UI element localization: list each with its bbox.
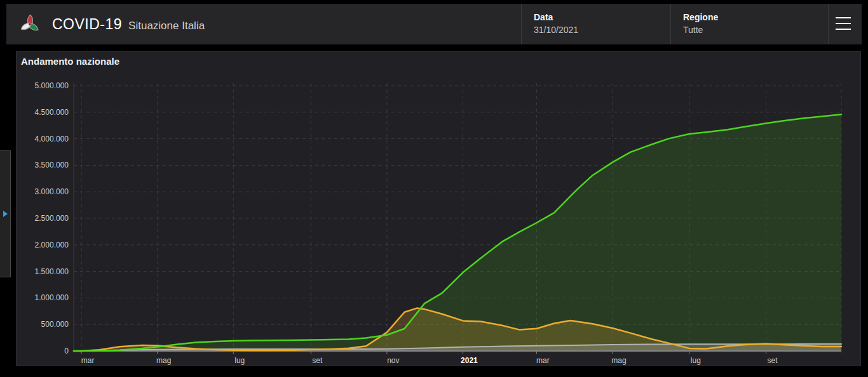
hamburger-line [836, 17, 851, 18]
y-axis-tick-label: 0 [64, 347, 69, 355]
x-axis-tick-label: mar [536, 356, 550, 365]
data-variable-field[interactable]: Data 31/10/2021 [534, 12, 578, 35]
dashboard-page: COVID-19 Situazione Italia Data 31/10/20… [0, 0, 868, 377]
app-title-group: COVID-19 Situazione Italia [52, 16, 205, 33]
x-axis-tick-label: mag [156, 356, 171, 365]
x-axis-tick-label: set [768, 356, 778, 365]
series-area-green [74, 114, 841, 351]
y-axis-tick-label: 2.500.000 [35, 214, 69, 223]
x-axis-tick-label: 2021 [461, 356, 478, 365]
x-axis-tick-label: nov [387, 356, 399, 365]
header-divider [521, 4, 522, 44]
y-axis-tick-label: 1.000.000 [35, 293, 69, 302]
regione-variable-label: Regione [683, 12, 718, 22]
app-subtitle: Situazione Italia [128, 20, 205, 32]
header-divider [670, 4, 671, 44]
app-brand: COVID-19 Situazione Italia [17, 11, 205, 37]
data-variable-label: Data [534, 12, 578, 22]
x-axis-tick-label: mag [611, 356, 626, 365]
data-variable-value[interactable]: 31/10/2021 [534, 25, 578, 35]
chart-panel: 0500.0001.000.0001.500.0002.000.0002.500… [16, 51, 861, 366]
app-header: COVID-19 Situazione Italia Data 31/10/20… [6, 4, 862, 44]
hamburger-line [836, 29, 851, 30]
app-title: COVID-19 [52, 16, 122, 33]
y-axis-tick-label: 4.500.000 [35, 108, 69, 117]
y-axis-tick-label: 3.500.000 [35, 161, 69, 169]
y-axis-tick-label: 1.500.000 [35, 267, 69, 276]
x-axis-tick-label: mar [81, 356, 95, 365]
regione-variable-field[interactable]: Regione Tutte [683, 12, 718, 35]
y-axis-tick-label: 3.000.000 [35, 187, 69, 196]
andamento-nazionale-chart[interactable]: 0500.0001.000.0001.500.0002.000.0002.500… [17, 51, 860, 366]
regione-variable-value[interactable]: Tutte [683, 25, 718, 35]
chevron-right-icon [3, 211, 8, 217]
hamburger-line [836, 23, 851, 24]
header-divider [828, 4, 829, 44]
sidebar-expand-handle[interactable] [0, 150, 11, 277]
hamburger-menu-icon[interactable] [834, 15, 853, 32]
y-axis-tick-label: 4.000.000 [35, 135, 69, 143]
x-axis-tick-label: lug [691, 356, 701, 365]
x-axis-tick-label: set [312, 356, 323, 365]
y-axis-tick-label: 500.000 [41, 320, 69, 329]
x-axis-tick-label: lug [234, 356, 245, 365]
y-axis-tick-label: 2.000.000 [35, 241, 69, 249]
panel-title: Andamento nazionale [21, 56, 119, 67]
protezione-civile-logo-icon [17, 11, 43, 37]
y-axis-tick-label: 5.000.000 [35, 81, 69, 90]
